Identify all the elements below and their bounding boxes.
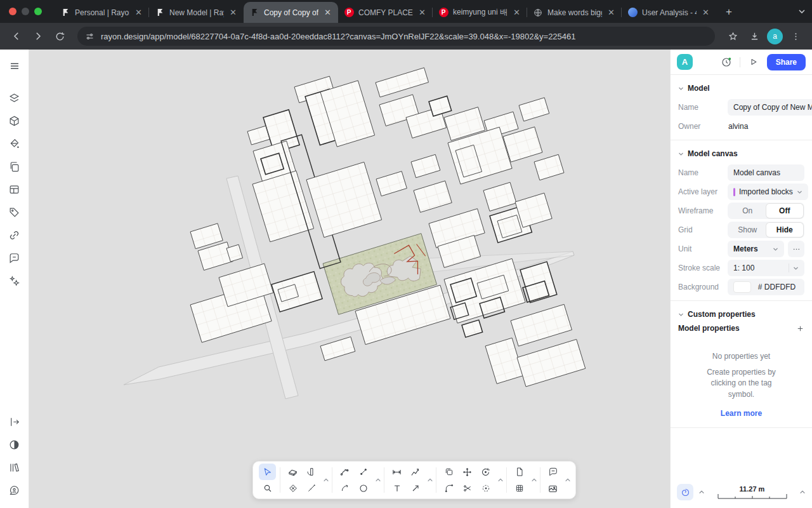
unit-select[interactable]: Meters <box>728 241 784 257</box>
link-icon[interactable] <box>4 225 25 245</box>
wall-tool[interactable] <box>284 464 301 480</box>
unit-more-options-icon[interactable] <box>788 241 804 257</box>
add-property-icon[interactable] <box>796 324 804 333</box>
expand-chevron-icon[interactable] <box>426 464 434 496</box>
window-close-button[interactable] <box>9 8 16 15</box>
polyline-leader-tool[interactable] <box>407 464 424 480</box>
window-minimize-button[interactable] <box>22 8 29 15</box>
url-bar[interactable]: rayon.design/app/model/68227704-0a7c-4f8… <box>77 27 715 46</box>
wireframe-on-option[interactable]: On <box>729 204 766 218</box>
tab-close-icon[interactable]: ✕ <box>512 8 521 17</box>
stroke-scale-select[interactable]: 1: 100 <box>728 260 804 276</box>
wireframe-off-option[interactable]: Off <box>766 204 804 218</box>
comment-icon[interactable] <box>4 248 25 268</box>
chevron-up-icon[interactable] <box>799 490 806 495</box>
select-cursor-tool[interactable] <box>259 464 276 480</box>
download-icon[interactable] <box>745 27 763 45</box>
back-icon[interactable] <box>8 27 25 45</box>
door-tool[interactable] <box>303 464 320 480</box>
arrow-tool[interactable] <box>407 480 424 497</box>
scissors-tool[interactable] <box>459 480 476 497</box>
tab-copy-of-copy-active[interactable]: Copy of Copy of N ✕ <box>244 2 338 23</box>
move-tool[interactable] <box>459 464 476 480</box>
bookmark-star-icon[interactable] <box>724 27 742 45</box>
circle-tool[interactable] <box>355 480 372 497</box>
tab-close-icon[interactable]: ✕ <box>134 8 143 17</box>
forward-icon[interactable] <box>29 27 47 45</box>
segment-tool[interactable] <box>355 464 372 480</box>
contrast-icon[interactable] <box>4 434 25 455</box>
arc-tool[interactable] <box>336 480 353 497</box>
tab-close-icon[interactable]: ✕ <box>323 8 332 17</box>
expand-chevron-icon[interactable] <box>563 464 572 496</box>
dimension-tool[interactable] <box>388 464 405 480</box>
text-tool[interactable] <box>388 480 405 497</box>
tab-keimyung[interactable]: P keimyung uni 배움 ✕ <box>433 2 527 23</box>
tab-personal-rayon[interactable]: Personal | Rayon ✕ <box>55 2 149 23</box>
tag-icon[interactable] <box>4 202 25 222</box>
window-controls[interactable] <box>9 8 42 15</box>
grid-show-option[interactable]: Show <box>729 223 766 237</box>
grid-hide-option[interactable]: Hide <box>766 223 804 237</box>
export-icon[interactable] <box>4 411 25 432</box>
model-canvas-drawing[interactable] <box>29 50 670 508</box>
expand-chevron-icon[interactable] <box>322 464 330 496</box>
tab-close-icon[interactable]: ✕ <box>606 8 616 17</box>
share-button[interactable]: Share <box>767 54 806 70</box>
offset-tool[interactable] <box>477 480 494 497</box>
rotate-tool[interactable] <box>477 464 494 480</box>
url-text[interactable]: rayon.design/app/model/68227704-0a7c-4f8… <box>101 32 712 41</box>
tab-search-chevron-icon[interactable] <box>794 4 809 19</box>
background-color-swatch[interactable] <box>733 281 751 293</box>
tab-make-words[interactable]: Make words bigge ✕ <box>527 2 622 23</box>
hatch-region-tool[interactable] <box>284 480 301 497</box>
expand-chevron-icon[interactable] <box>374 464 382 496</box>
library-icon[interactable] <box>4 457 25 478</box>
tab-new-model-rayon[interactable]: New Model | Rayon ✕ <box>149 2 244 23</box>
tab-comfy-place[interactable]: P COMFY PLACE | W ✕ <box>338 2 433 23</box>
duplicate-tool[interactable] <box>440 464 457 480</box>
layers-icon[interactable] <box>4 88 25 108</box>
cube-icon[interactable] <box>4 110 25 131</box>
zoom-search-tool[interactable] <box>259 480 276 497</box>
page-tool[interactable] <box>511 464 528 480</box>
reload-icon[interactable] <box>51 27 69 45</box>
expand-chevron-icon[interactable] <box>530 464 538 496</box>
tab-user-analysis[interactable]: User Analysis - 43 ✕ <box>622 2 716 23</box>
pages-icon[interactable] <box>4 156 25 177</box>
window-maximize-button[interactable] <box>34 8 42 15</box>
grid-table-tool[interactable] <box>511 480 528 497</box>
version-history-icon[interactable] <box>719 55 734 70</box>
menu-icon[interactable] <box>4 56 25 76</box>
help-chat-icon[interactable] <box>4 480 25 500</box>
model-canvas-area[interactable] <box>29 50 670 508</box>
sparkles-icon[interactable] <box>4 271 25 291</box>
active-layer-select[interactable]: Imported blocks <box>728 184 808 200</box>
chevron-down-icon[interactable] <box>678 151 684 157</box>
comment-tool[interactable] <box>544 464 561 480</box>
browser-menu-kebab-icon[interactable] <box>787 27 804 45</box>
paint-icon[interactable] <box>4 133 25 154</box>
pen-node-tool[interactable] <box>336 464 353 480</box>
follow-cursor-icon[interactable] <box>677 484 693 500</box>
tab-close-icon[interactable]: ✕ <box>417 8 427 17</box>
present-play-icon[interactable] <box>746 55 761 70</box>
new-tab-button[interactable]: + <box>720 3 738 21</box>
chevron-up-icon[interactable] <box>698 490 705 495</box>
browser-profile-avatar[interactable]: a <box>767 29 783 44</box>
fillet-tool[interactable] <box>440 480 457 497</box>
table-icon[interactable] <box>4 179 25 199</box>
user-avatar[interactable]: A <box>677 54 693 70</box>
site-info-icon[interactable] <box>85 32 95 41</box>
slope-measure-tool[interactable] <box>303 480 320 497</box>
expand-chevron-icon[interactable] <box>496 464 504 496</box>
model-name-input[interactable]: Copy of Copy of New M... <box>728 99 812 116</box>
chevron-down-icon[interactable] <box>678 86 684 91</box>
tab-close-icon[interactable]: ✕ <box>228 8 238 17</box>
chevron-down-icon[interactable] <box>678 312 684 318</box>
image-tool[interactable] <box>544 480 561 497</box>
tab-close-icon[interactable]: ✕ <box>701 8 710 17</box>
learn-more-link[interactable]: Learn more <box>678 409 804 418</box>
background-color-input[interactable]: # DDFDFD <box>728 279 804 295</box>
canvas-name-input[interactable]: Model canvas <box>728 164 804 181</box>
